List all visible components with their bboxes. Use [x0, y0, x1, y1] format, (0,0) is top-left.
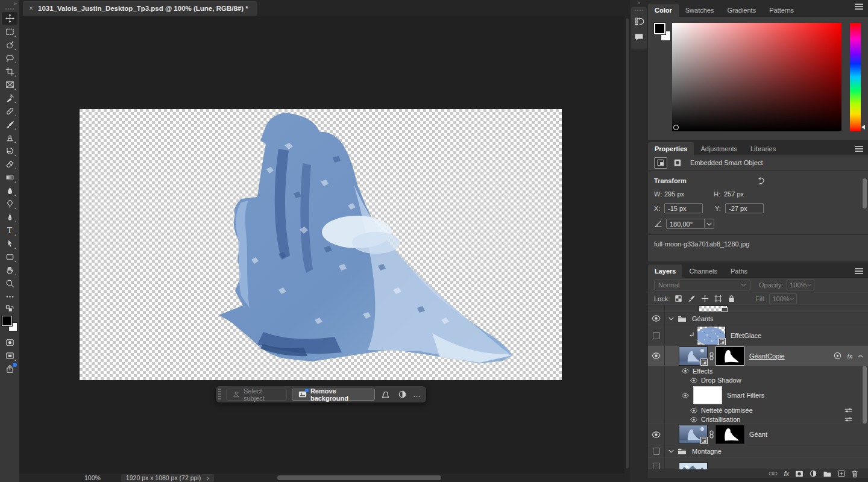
smart-object-properties-icon[interactable] [654, 157, 667, 169]
filter-visibility-icon[interactable] [690, 417, 697, 422]
filter-options-icon[interactable] [844, 416, 852, 422]
context-bar-grip[interactable] [218, 389, 221, 400]
panel-foreground-swatch[interactable] [654, 23, 665, 34]
remove-background-button[interactable]: Remove background [292, 389, 375, 401]
layer-name[interactable]: GéantCopie [749, 352, 785, 360]
tab-channels[interactable]: Channels [682, 264, 723, 278]
layer-row-geantcopie[interactable]: GéantCopie fx [648, 346, 868, 366]
new-group-icon[interactable] [823, 471, 832, 477]
layer-thumbnail[interactable] [697, 327, 725, 345]
group-expand-icon[interactable] [668, 449, 674, 453]
group-name[interactable]: Montagne [692, 448, 722, 455]
filter-mask-thumbnail[interactable] [694, 387, 722, 404]
smart-filters-visibility-icon[interactable] [682, 393, 689, 398]
layer-group-geants[interactable]: Géants [648, 312, 868, 325]
tool-hand[interactable] [2, 264, 17, 277]
tool-eraser[interactable] [2, 158, 17, 171]
layer-name[interactable]: Géant [749, 431, 767, 438]
smart-filters-row[interactable]: Smart Filters [648, 385, 868, 405]
foreground-background-colors[interactable] [2, 316, 17, 331]
tool-path-selection[interactable] [2, 237, 17, 250]
lock-artboard-icon[interactable] [714, 295, 722, 302]
mask-properties-icon[interactable] [671, 157, 684, 169]
layers-panel-menu-icon[interactable] [855, 268, 863, 274]
panel-foreground-background-colors[interactable] [654, 23, 672, 41]
layer-row-geant[interactable]: Géant [648, 424, 868, 445]
layer-name[interactable]: EffetGlace [731, 332, 761, 339]
properties-panel-menu-icon[interactable] [855, 146, 863, 152]
context-bar-more-icon[interactable]: … [413, 390, 421, 399]
group-expand-icon[interactable] [668, 317, 674, 321]
reset-transform-icon[interactable] [756, 177, 766, 185]
filter-row-nettete[interactable]: Netteté optimisée [648, 405, 868, 415]
tool-crop[interactable] [2, 65, 17, 78]
visibility-toggle[interactable] [648, 424, 665, 445]
lock-all-icon[interactable] [728, 295, 735, 302]
document-canvas[interactable] [80, 109, 562, 380]
tool-brush[interactable] [2, 118, 17, 131]
hue-slider[interactable] [850, 23, 861, 131]
toolbar-grip[interactable] [5, 8, 14, 10]
tool-edit-toolbar[interactable] [2, 290, 17, 303]
layer-group-montagne[interactable]: Montagne [648, 445, 868, 458]
y-input[interactable]: -27 px [725, 203, 764, 213]
tab-color[interactable]: Color [648, 4, 679, 17]
add-adjustment-layer-icon[interactable] [810, 470, 817, 477]
fill-input[interactable]: 100% [769, 293, 797, 304]
status-chevron-icon[interactable]: › [207, 474, 209, 481]
visibility-toggle-off[interactable] [648, 458, 665, 469]
color-spectrum-field[interactable] [672, 23, 841, 131]
tool-dodge[interactable] [2, 198, 17, 210]
toolbar-collapse-icon[interactable]: » [0, 0, 19, 7]
tool-gradient[interactable] [2, 171, 17, 184]
tab-patterns[interactable]: Patterns [763, 4, 800, 17]
tool-lasso[interactable] [2, 52, 17, 64]
mask-link-icon[interactable] [709, 430, 714, 439]
visibility-toggle[interactable] [648, 312, 665, 325]
tool-frame[interactable] [2, 78, 17, 91]
canvas-horizontal-scrollbar[interactable] [277, 475, 441, 480]
blend-mode-select[interactable]: Normal [654, 280, 750, 290]
layer-mask-thumbnail[interactable] [716, 425, 744, 443]
tool-rectangular-marquee[interactable] [2, 25, 17, 38]
x-input[interactable]: -15 px [664, 203, 703, 213]
mask-link-icon[interactable] [709, 352, 714, 360]
tool-rectangle[interactable] [2, 251, 17, 263]
tab-swatches[interactable]: Swatches [679, 4, 721, 17]
visibility-toggle-off[interactable] [648, 325, 665, 345]
tool-blur[interactable] [2, 184, 17, 197]
color-cursor[interactable] [673, 125, 679, 130]
tab-close-icon[interactable]: × [29, 4, 33, 13]
smart-filter-indicator-icon[interactable] [834, 352, 841, 360]
select-subject-button[interactable]: Select subject [226, 389, 287, 401]
group-name[interactable]: Géants [692, 315, 713, 322]
layer-thumbnail[interactable] [679, 463, 707, 469]
tab-gradients[interactable]: Gradients [720, 4, 763, 17]
tool-move[interactable] [2, 12, 17, 25]
add-layer-mask-icon[interactable] [795, 471, 804, 477]
tool-eyedropper[interactable] [2, 92, 17, 104]
swap-colors-icon[interactable] [2, 304, 17, 313]
drop-shadow-visibility-icon[interactable] [690, 378, 697, 383]
canvas-area[interactable]: Select subject Remove background … [19, 16, 624, 474]
dock-collapse-icon[interactable]: « [630, 0, 648, 6]
properties-scrollbar[interactable] [863, 178, 867, 208]
tool-quick-selection[interactable] [2, 39, 17, 51]
tool-type[interactable]: T [2, 224, 17, 237]
opacity-input[interactable]: 100% [787, 280, 814, 290]
tool-clone-stamp[interactable] [2, 131, 17, 144]
comments-panel-icon[interactable] [631, 30, 647, 45]
tab-libraries[interactable]: Libraries [744, 142, 782, 155]
link-layers-icon[interactable] [769, 471, 778, 477]
lock-pixels-icon[interactable] [688, 295, 696, 302]
visibility-toggle[interactable] [648, 346, 665, 366]
new-layer-icon[interactable] [838, 470, 845, 477]
tab-adjustments[interactable]: Adjustments [694, 142, 744, 155]
filter-name[interactable]: Cristallisation [701, 416, 740, 423]
effects-header-row[interactable]: Effects [648, 366, 868, 375]
visibility-toggle-off[interactable] [648, 445, 665, 457]
layer-row-partial-bottom[interactable] [648, 458, 868, 469]
drop-shadow-label[interactable]: Drop Shadow [701, 377, 741, 384]
adjustments-icon[interactable] [396, 389, 408, 401]
tool-history-brush[interactable] [2, 145, 17, 157]
